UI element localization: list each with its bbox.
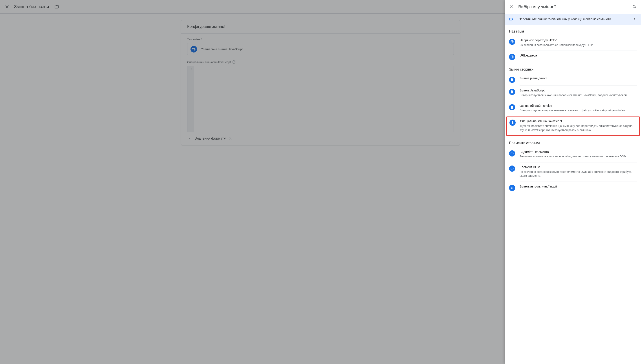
- variable-type-option[interactable]: Основний файл cookieВикористовується пер…: [505, 101, 641, 116]
- chevron-right-icon: [632, 17, 637, 22]
- tag-icon: [509, 17, 514, 22]
- option-title: Змінна автоматичної події: [520, 184, 637, 189]
- group-title: Елементи сторінки: [505, 136, 641, 147]
- option-description: Використовується значення глобальної змі…: [520, 93, 637, 97]
- code-icon: [509, 185, 515, 191]
- variable-type-option[interactable]: Напрямок переходу HTTPЯк значення встано…: [505, 36, 641, 50]
- page-icon: [509, 104, 515, 110]
- page-icon: [509, 77, 515, 83]
- option-description: Щоб обчислювати значення цієї змінної у …: [520, 124, 636, 132]
- option-title: Змінна рівня даних: [520, 76, 637, 81]
- variable-type-option[interactable]: Елемент DOMЯк значення встановлюються те…: [505, 162, 641, 182]
- variable-type-option[interactable]: URL-адреса: [505, 51, 641, 63]
- option-description: Використовується перше значення основног…: [520, 108, 637, 112]
- group-title: Змінні сторінки: [505, 63, 641, 74]
- page-icon: [509, 89, 515, 95]
- code-icon: [509, 166, 515, 172]
- close-icon[interactable]: [509, 4, 514, 9]
- option-title: Елемент DOM: [520, 165, 637, 170]
- variable-type-panel: Вибір типу змінної Перегляньте більше ти…: [505, 0, 641, 364]
- option-title: Видимість елемента: [520, 150, 637, 154]
- community-templates-banner[interactable]: Перегляньте більше типів змінних у Колек…: [505, 14, 641, 24]
- globe-icon: [509, 39, 515, 45]
- option-description: Як значення встановлюється напрямок пере…: [520, 43, 637, 47]
- option-title: Спеціальна змінна JavaScript: [520, 119, 636, 124]
- variable-type-option[interactable]: Змінна JavaScriptВикористовується значен…: [505, 86, 641, 101]
- option-title: Напрямок переходу HTTP: [520, 38, 637, 43]
- variable-type-option[interactable]: Змінна автоматичної події: [505, 182, 641, 194]
- option-title: Основний файл cookie: [520, 104, 637, 108]
- option-title: Змінна JavaScript: [520, 88, 637, 93]
- option-title: URL-адреса: [520, 54, 637, 58]
- globe-icon: [509, 54, 515, 60]
- code-icon: [509, 150, 515, 156]
- variable-type-option[interactable]: Видимість елементаЗначення встановлюєтьс…: [505, 147, 641, 162]
- search-icon[interactable]: [632, 4, 637, 9]
- variable-type-option[interactable]: Спеціальна змінна JavaScriptЩоб обчислюв…: [507, 117, 639, 135]
- page-icon: [509, 120, 516, 126]
- option-description: Як значення встановлюються текст елемент…: [520, 170, 637, 178]
- panel-title: Вибір типу змінної: [518, 4, 628, 10]
- option-description: Значення встановлюється на основі видимо…: [520, 154, 637, 159]
- variable-type-option[interactable]: Змінна рівня даних: [505, 74, 641, 86]
- group-title: Навігація: [505, 24, 641, 36]
- panel-header: Вибір типу змінної: [505, 0, 641, 14]
- highlighted-option: Спеціальна змінна JavaScriptЩоб обчислюв…: [506, 116, 640, 136]
